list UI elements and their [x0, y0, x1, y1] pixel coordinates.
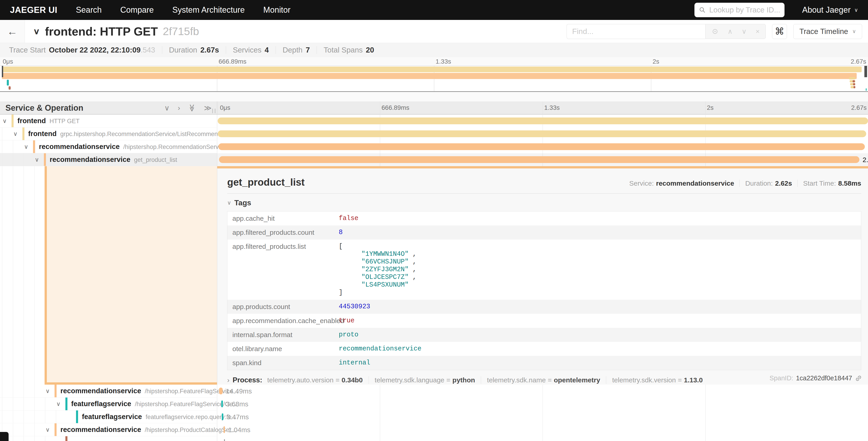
trace-lookup-input[interactable]	[709, 5, 780, 14]
trace-summary-bar: Trace Start October 22 2022, 22:10:09 .5…	[0, 43, 868, 57]
indent-guide	[34, 166, 35, 385]
tag-value: ["1YMWWN1N4O" ,"66VCHSJNUP" ,"2ZYFJ3GM2N…	[339, 243, 416, 297]
divider	[797, 180, 798, 187]
indent-guide	[24, 398, 24, 410]
span-bar[interactable]	[219, 156, 859, 163]
span-bar[interactable]	[222, 413, 223, 420]
span-collapse-chevron[interactable]: ∨	[35, 156, 39, 163]
span-timeline-cell: 1.04ms	[217, 423, 868, 436]
keyboard-shortcuts-button[interactable]: ⌘	[772, 24, 787, 39]
trace-lookup-box[interactable]	[694, 3, 784, 17]
trace-page-header: ← ∨ frontend: HTTP GET 2f715fb ∧ ∨ × ⌘ T…	[0, 20, 868, 43]
minimap-span-segment	[849, 77, 855, 80]
trace-collapse-chevron-icon[interactable]: ∨	[33, 27, 40, 36]
back-button[interactable]: ←	[0, 20, 25, 43]
span-collapse-chevron[interactable]: ∨	[45, 388, 50, 394]
indent-guide	[2, 153, 2, 166]
span-color-accent	[22, 127, 25, 140]
indent-guide	[34, 410, 35, 423]
tag-row: app.products.count44530923	[227, 300, 861, 314]
span-row: ∨recommendationserviceget_product_list2.…	[0, 153, 868, 166]
expand-all-icon[interactable]: ≫	[204, 104, 212, 112]
indent-guide	[2, 410, 2, 423]
chevron-down-icon: ∨	[852, 28, 856, 34]
about-jaeger-menu[interactable]: About Jaeger ∨	[802, 5, 858, 15]
span-bar[interactable]	[218, 130, 866, 137]
deep-link-icon[interactable]	[853, 373, 864, 383]
tag-row: app.filtered_products.count8	[227, 226, 861, 239]
span-row	[0, 436, 868, 441]
span-tree-row[interactable]: ∨recommendationservice/hipstershop.Featu…	[0, 385, 217, 398]
indent-guide	[2, 166, 2, 385]
span-collapse-chevron[interactable]: ∨	[45, 426, 50, 433]
nav-item-search[interactable]: Search	[76, 5, 102, 15]
tag-key: app.recommendation.cache_enabled	[232, 317, 339, 325]
column-resize-grip[interactable]	[212, 109, 215, 113]
divider	[481, 376, 481, 384]
span-bar[interactable]	[224, 439, 225, 441]
span-collapse-chevron[interactable]: ∨	[24, 143, 28, 150]
scroll-corner-widget[interactable]	[0, 432, 9, 441]
nav-item-compare[interactable]: Compare	[120, 5, 154, 15]
minimap-scrubber[interactable]	[864, 66, 867, 77]
minimap-scrubber[interactable]	[2, 66, 3, 77]
span-operation-name: get_product_list	[134, 156, 177, 163]
span-detail-row: get_product_list Service: recommendation…	[0, 166, 868, 385]
span-row: ∨featureflagservice/hipstershop.FeatureF…	[0, 398, 868, 410]
next-match-icon[interactable]: ∨	[742, 28, 746, 35]
trace-view-selector[interactable]: Trace Timeline ∨	[793, 24, 862, 39]
span-color-accent	[55, 423, 57, 436]
prev-match-icon[interactable]: ∧	[728, 28, 733, 35]
span-collapse-chevron[interactable]: ∨	[2, 117, 7, 124]
process-tag: telemetry.sdk.version=1.13.0	[612, 376, 703, 384]
tag-value: 44530923	[339, 303, 370, 311]
tag-row: internal.span.formatproto	[227, 328, 861, 342]
indent-guide	[24, 423, 24, 436]
span-tree-row[interactable]: ∨recommendationservice/hipstershop.Recom…	[0, 140, 217, 153]
clear-find-icon[interactable]: ×	[755, 28, 760, 35]
divider	[606, 376, 606, 384]
span-tree-row[interactable]: ∨recommendationserviceget_product_list	[0, 153, 217, 166]
about-jaeger-label: About Jaeger	[802, 5, 850, 15]
span-tree-row[interactable]: ∨frontendHTTP GET	[0, 115, 217, 127]
chevron-down-icon: ∨	[227, 200, 231, 206]
span-tree-row[interactable]: ∨frontendgrpc.hipstershop.Recommendation…	[0, 127, 217, 140]
nav-item-monitor[interactable]: Monitor	[264, 5, 290, 15]
span-collapse-chevron[interactable]: ∨	[13, 130, 18, 138]
minimap-canvas[interactable]	[0, 66, 868, 92]
span-collapse-chevron[interactable]: ∨	[56, 401, 61, 408]
tag-row: app.recommendation.cache_enabledtrue	[227, 314, 861, 328]
span-tree-row[interactable]: featureflagservicefeatureflagservice.rep…	[0, 410, 217, 423]
collapse-all-icon[interactable]: ≫	[188, 104, 196, 112]
indent-guide	[24, 410, 24, 423]
span-color-accent	[65, 398, 67, 410]
app-logo[interactable]: JAEGER UI	[10, 5, 57, 15]
span-bar[interactable]	[223, 426, 225, 433]
tags-section-toggle[interactable]: ∨ Tags	[227, 199, 861, 207]
search-icon	[699, 6, 706, 14]
indent-guide	[34, 436, 35, 441]
indent-guide	[2, 127, 2, 140]
expand-one-icon[interactable]: ›	[178, 104, 180, 112]
span-bar[interactable]	[221, 401, 223, 407]
find-input[interactable]	[567, 24, 705, 39]
span-tree-row[interactable]: ∨featureflagservice/hipstershop.FeatureF…	[0, 398, 217, 410]
span-bar[interactable]	[219, 388, 223, 394]
chevron-down-icon: ∨	[854, 7, 858, 13]
span-bar[interactable]	[218, 143, 865, 150]
span-duration-label: 1.04ms	[228, 423, 250, 436]
chevron-right-icon[interactable]: ›	[227, 376, 229, 384]
indent-guide	[13, 410, 13, 423]
minimap-span-segment	[852, 80, 855, 82]
minimap-tick: 2s	[653, 58, 659, 65]
indent-guide	[24, 166, 24, 385]
focus-target-icon[interactable]	[711, 28, 719, 35]
divider	[276, 46, 276, 54]
collapse-one-icon[interactable]: ∨	[164, 104, 169, 112]
trace-id-short: 2f715fb	[163, 25, 199, 37]
span-bar[interactable]	[218, 117, 868, 124]
span-tree-row[interactable]	[0, 436, 217, 441]
duration-label: Duration	[169, 46, 197, 54]
span-tree-row[interactable]: ∨recommendationservice/hipstershop.Produ…	[0, 423, 217, 436]
nav-item-system-architecture[interactable]: System Architecture	[172, 5, 245, 15]
